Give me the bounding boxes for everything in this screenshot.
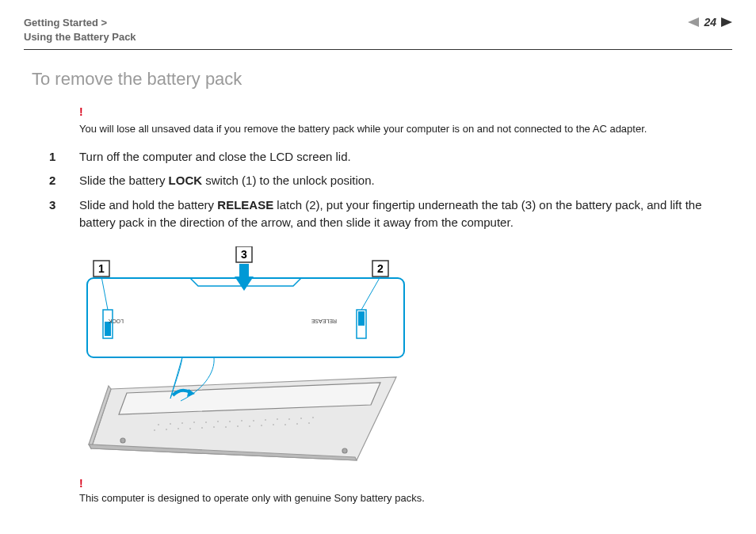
page-title: To remove the battery pack [32,69,732,90]
svg-point-24 [277,418,278,420]
breadcrumb: Getting Started > Using the Battery Pack [24,16,136,44]
step-1-text: Turn off the computer and close the LCD … [79,150,351,163]
callout-3: 3 [241,248,247,261]
svg-point-32 [201,427,203,429]
svg-point-20 [229,421,231,422]
svg-point-17 [193,421,195,423]
breadcrumb-line-2: Using the Battery Pack [24,30,136,44]
svg-point-27 [312,417,314,418]
breadcrumb-line-1: Getting Started > [24,16,136,30]
svg-point-43 [342,448,347,453]
svg-rect-6 [358,311,365,326]
step-1: Turn off the computer and close the LCD … [49,148,732,166]
svg-point-23 [265,419,266,421]
svg-point-25 [288,418,290,420]
warning-icon-bottom: ! [79,477,83,490]
svg-point-30 [178,428,179,429]
warning-icon: ! [79,105,83,118]
svg-marker-0 [688,17,699,27]
svg-point-42 [120,438,125,443]
prev-page-icon[interactable] [688,17,699,27]
svg-point-19 [217,421,219,422]
svg-point-28 [154,429,155,431]
svg-point-21 [241,420,242,421]
svg-marker-1 [721,17,732,27]
svg-point-14 [158,424,159,425]
next-page-icon[interactable] [721,17,732,27]
battery-diagram: LOCK RELEASE 1 2 3 [79,246,412,468]
svg-point-35 [237,425,239,427]
svg-point-26 [300,418,302,419]
svg-rect-12 [239,264,249,278]
svg-point-31 [189,428,191,429]
warning-text-bottom: This computer is designed to operate onl… [79,492,425,504]
svg-point-36 [249,425,250,427]
svg-point-39 [284,424,286,425]
svg-point-34 [225,426,227,428]
page-number: 24 [704,16,716,29]
warning-text-top: You will lose all unsaved data if you re… [79,123,647,135]
svg-point-29 [166,429,167,430]
svg-point-22 [253,420,254,421]
svg-point-40 [296,423,298,425]
svg-point-37 [261,425,262,426]
diagram-lock-label: LOCK [109,318,124,324]
step-list: Turn off the computer and close the LCD … [49,148,732,232]
diagram-release-label: RELEASE [311,318,337,324]
step-2: Slide the battery LOCK switch (1) to the… [49,172,732,190]
callout-2: 2 [377,262,384,275]
svg-point-38 [273,424,274,425]
svg-point-33 [213,426,215,428]
svg-point-16 [181,422,183,424]
svg-point-15 [170,423,171,425]
svg-point-18 [205,421,207,423]
step-3: Slide and hold the battery RELEASE latch… [49,196,732,232]
svg-point-41 [308,422,310,424]
callout-1: 1 [98,262,105,275]
pager: 24 [688,16,732,29]
